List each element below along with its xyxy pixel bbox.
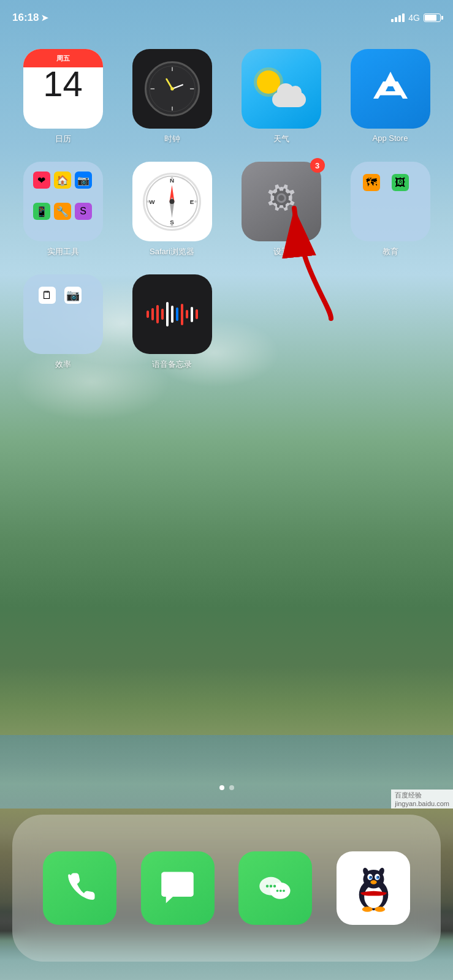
svg-text:W: W [149,198,155,205]
calendar-label: 日历 [55,134,71,145]
utility-mini-6: S [75,203,92,220]
watermark-text: 百度经验 [395,791,422,799]
utility-mini-1: ❤ [33,172,50,189]
calendar-icon[interactable]: 周五 14 [23,49,103,129]
dock-app-qq[interactable] [337,851,410,925]
utility-mini-5: 🔧 [54,203,71,220]
clock-face [145,61,200,116]
utility-mini-3: 📷 [75,172,92,189]
eff-mini-2: 📷 [64,287,82,304]
weather-label: 天气 [273,134,289,145]
water-overlay [0,735,453,809]
battery-fill [425,15,436,21]
safari-icon[interactable]: N S E W [132,162,212,241]
signal-bars [391,13,405,22]
settings-badge: 3 [310,158,325,173]
svg-point-31 [280,889,282,892]
edu-mini-1: 🗺 [363,174,380,191]
appstore-icon[interactable] [351,49,430,129]
svg-point-17 [171,176,173,179]
network-label: 4G [408,13,420,23]
svg-point-40 [370,876,372,878]
app-weather[interactable]: 天气 [237,49,325,145]
weather-icon[interactable] [242,49,321,129]
utility-mini-4: 📱 [33,203,50,220]
app-voicememo[interactable]: 语音备忘录 [128,274,216,370]
location-icon: ➤ [41,13,48,23]
appstore-label: App Store [373,134,408,143]
edu-mini-2: 🖼 [392,174,409,191]
utility-grid: ❤ 🏠 📷 📱 🔧 S [23,162,103,241]
app-row-1: 周五 14 日历 [18,49,435,145]
appstore-symbol [366,64,415,113]
efficiency-grid: 🗒 📷 [23,274,103,354]
utility-mini-2: 🏠 [54,172,71,189]
page-dot-2 [229,785,234,790]
svg-point-19 [194,200,197,203]
safari-label: Safari浏览器 [150,246,194,257]
svg-point-30 [276,889,279,892]
svg-point-16 [170,199,175,204]
education-label: 教育 [383,246,398,257]
eff-mini-1: 🗒 [39,287,56,304]
app-appstore[interactable]: App Store [346,49,435,145]
utility-label: 实用工具 [47,246,79,257]
calendar-date: 14 [43,66,83,102]
dock-app-phone[interactable] [43,851,116,925]
app-calendar[interactable]: 周五 14 日历 [18,49,107,145]
weather-sun [257,70,280,94]
svg-point-23 [278,195,284,202]
svg-point-28 [270,884,273,888]
svg-point-7 [170,87,174,91]
qq-svg [348,862,400,914]
clock-icon[interactable] [132,49,212,129]
efficiency-label: 效率 [55,359,71,370]
watermark: 百度经验 jingyan.baidu.com [391,790,453,809]
app-efficiency[interactable]: 🗒 📷 效率 [18,274,107,370]
messages-svg [154,865,200,911]
svg-point-42 [370,880,376,884]
svg-point-41 [378,876,379,878]
dock-app-messages[interactable] [141,851,215,925]
calendar-header: 周五 [23,49,103,67]
signal-bar-1 [391,19,394,22]
phone-icon[interactable] [43,851,116,925]
safari-compass: N S E W [143,173,201,231]
voicememo-label: 语音备忘录 [152,359,192,370]
time-display: 16:18 [12,12,39,24]
clock-label: 时钟 [164,134,180,145]
svg-point-29 [273,884,276,888]
watermark-url: jingyan.baidu.com [395,800,449,807]
svg-point-34 [364,885,383,908]
efficiency-icon[interactable]: 🗒 📷 [23,274,103,354]
qq-icon[interactable] [337,851,410,925]
app-utility[interactable]: ❤ 🏠 📷 📱 🔧 S 实用工具 [18,162,107,257]
svg-text:E: E [190,198,194,205]
utility-icon[interactable]: ❤ 🏠 📷 📱 🔧 S [23,162,103,241]
clock-ticks [147,63,198,115]
svg-point-46 [375,907,385,912]
status-bar: 16:18 ➤ 4G [0,0,453,31]
app-settings[interactable]: 3 设置 [237,162,325,257]
wechat-icon[interactable] [238,851,312,925]
app-clock[interactable]: 时钟 [128,49,216,145]
phone-svg [58,867,101,910]
app-grid: 周五 14 日历 [0,37,453,399]
voicememo-icon[interactable] [132,274,212,354]
app-row-2: ❤ 🏠 📷 📱 🔧 S 实用工具 N S [18,162,435,257]
voice-wave [147,299,198,330]
weather-content [257,70,306,107]
settings-icon[interactable]: 3 [242,162,321,241]
education-grid: 🗺 🖼 [351,162,430,241]
battery-icon [424,13,441,22]
education-icon[interactable]: 🗺 🖼 [351,162,430,241]
safari-compass-svg: N S E W [145,174,199,229]
messages-icon[interactable] [141,851,215,925]
app-education[interactable]: 🗺 🖼 教育 [346,162,435,257]
signal-bar-2 [395,17,397,22]
wechat-svg [253,865,299,911]
app-row-3: 🗒 📷 效率 [18,274,435,370]
dock-app-wechat[interactable] [238,851,312,925]
settings-label: 设置 [273,246,289,257]
app-safari[interactable]: N S E W Safari [128,162,216,257]
